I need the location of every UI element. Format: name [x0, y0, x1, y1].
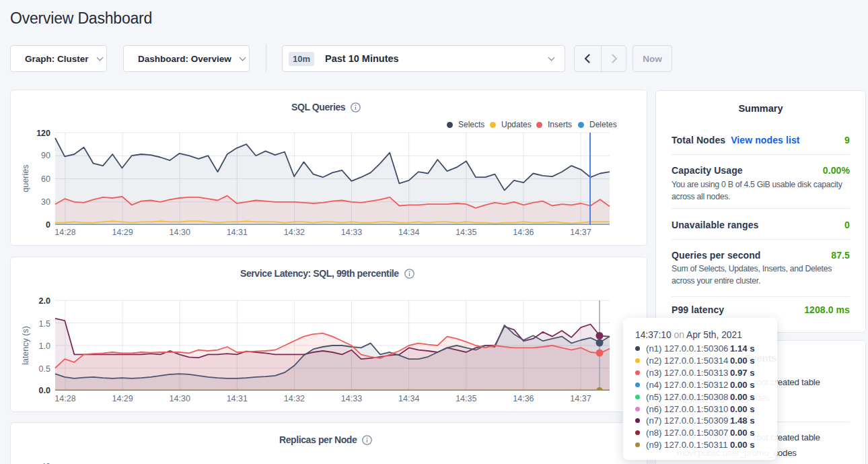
svg-text:120: 120	[36, 129, 50, 138]
svg-text:14:31: 14:31	[227, 228, 248, 237]
svg-text:queries: queries	[21, 165, 30, 193]
svg-text:14:31: 14:31	[227, 394, 248, 403]
svg-text:14:35: 14:35	[456, 228, 476, 237]
svg-text:14:32: 14:32	[284, 394, 305, 403]
svg-text:2.0: 2.0	[39, 296, 50, 306]
svg-text:14:34: 14:34	[398, 228, 419, 237]
svg-text:0.5: 0.5	[39, 364, 50, 374]
svg-text:14:29: 14:29	[112, 394, 133, 403]
svg-text:0.0: 0.0	[39, 386, 50, 395]
svg-text:14:36: 14:36	[513, 228, 534, 237]
svg-text:14:33: 14:33	[341, 228, 362, 237]
svg-text:1.5: 1.5	[39, 319, 50, 329]
svg-text:14:28: 14:28	[55, 394, 75, 403]
svg-text:14:30: 14:30	[170, 228, 190, 237]
svg-text:0: 0	[46, 220, 50, 230]
svg-text:14:33: 14:33	[341, 394, 362, 403]
svg-text:14:32: 14:32	[284, 228, 305, 237]
svg-text:90: 90	[41, 151, 50, 160]
svg-text:14:36: 14:36	[513, 394, 534, 403]
svg-text:1.0: 1.0	[39, 341, 50, 351]
svg-text:14:37: 14:37	[570, 394, 591, 403]
svg-text:14:29: 14:29	[112, 228, 133, 237]
svg-text:latency (s): latency (s)	[21, 326, 30, 365]
svg-text:14:37: 14:37	[570, 228, 591, 237]
svg-text:14:30: 14:30	[170, 394, 190, 403]
svg-text:14:34: 14:34	[398, 394, 419, 403]
svg-text:30: 30	[41, 197, 50, 207]
svg-text:14:35: 14:35	[456, 394, 476, 403]
svg-text:60: 60	[41, 174, 50, 184]
svg-text:14:28: 14:28	[55, 228, 75, 237]
